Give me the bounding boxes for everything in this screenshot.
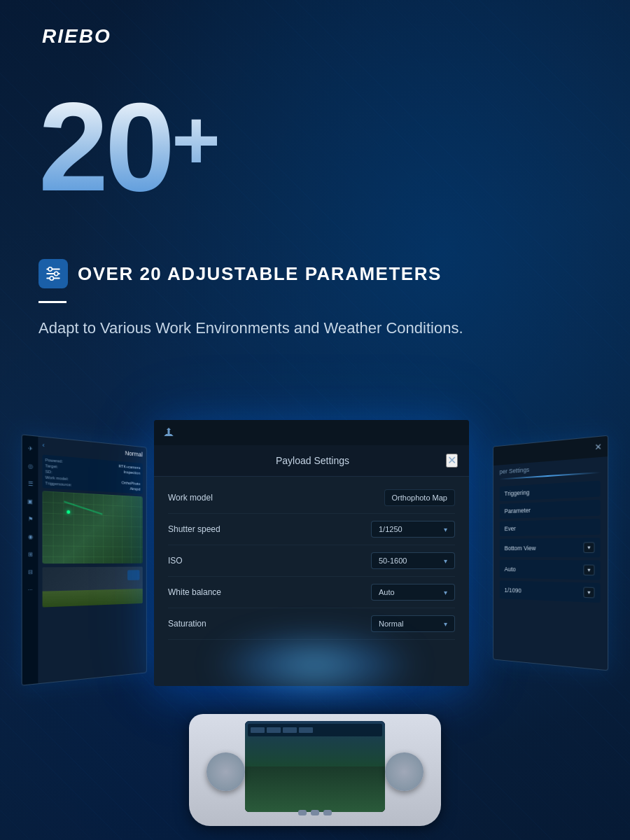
right-bottom-view-dropdown[interactable]: ▾ bbox=[583, 542, 594, 553]
hero-plus: + bbox=[172, 98, 217, 182]
brand-logo: RIEBO bbox=[42, 25, 111, 48]
shutter-speed-value: 1/1250 bbox=[379, 525, 402, 533]
controller-joystick-right[interactable] bbox=[385, 752, 424, 791]
map-grid bbox=[43, 491, 143, 564]
controller-screen-map bbox=[245, 766, 385, 812]
sidebar-icon-more: ··· bbox=[25, 584, 35, 594]
svg-point-3 bbox=[55, 272, 58, 275]
right-item-bottom-view: Bottom View ▾ bbox=[500, 538, 601, 557]
white-balance-label: White balance bbox=[168, 587, 221, 597]
shutter-speed-row: Shutter speed 1/1250 ▾ bbox=[168, 514, 455, 545]
ctrl-screen-bar-2 bbox=[267, 727, 281, 733]
hero-subtitle: Adapt to Various Work Environments and W… bbox=[38, 316, 463, 340]
right-screen-panel: ✕ per Settings Triggering Parameter Ever… bbox=[493, 435, 608, 671]
iso-dropdown[interactable]: 50-1600 ▾ bbox=[371, 552, 455, 569]
route-label-4: Work model: bbox=[46, 475, 69, 481]
svg-point-1 bbox=[48, 267, 52, 271]
route-label-1: Powered: bbox=[46, 458, 63, 463]
adjustable-params-icon bbox=[38, 259, 68, 288]
svg-rect-6 bbox=[168, 430, 170, 434]
route-value-5: Airspd bbox=[130, 486, 141, 491]
right-screen-items: Triggering Parameter Ever Bottom View ▾ … bbox=[493, 477, 608, 609]
route-label-2: Target: bbox=[46, 463, 58, 469]
right-item-parameter-label: Parameter bbox=[505, 507, 531, 514]
left-screen-bottom-image bbox=[43, 567, 143, 608]
dialog-body: Work model Orthophoto Map Shutter speed … bbox=[154, 477, 469, 645]
dialog-title: Payload Settings bbox=[179, 455, 446, 466]
left-screen-map bbox=[43, 491, 143, 564]
right-item-shutter: 1/1090 ▾ bbox=[500, 580, 601, 603]
svg-point-5 bbox=[50, 276, 53, 280]
controller-body bbox=[189, 714, 441, 826]
bottom-image-bg bbox=[43, 567, 143, 608]
right-shutter-value: ▾ bbox=[587, 589, 590, 596]
shutter-speed-arrow-icon: ▾ bbox=[444, 526, 447, 533]
right-item-ever: Ever bbox=[500, 519, 601, 536]
iso-arrow-icon: ▾ bbox=[444, 557, 447, 565]
hero-number-value: 20 bbox=[38, 76, 172, 217]
controller-screen bbox=[245, 721, 385, 812]
right-screen-close[interactable]: ✕ bbox=[594, 442, 601, 453]
left-screen-sidebar: ✈ ◎ ☰ ▣ ⚑ ◉ ⊞ ⊟ ··· bbox=[22, 435, 38, 685]
iso-label: ISO bbox=[168, 556, 183, 566]
saturation-label: Saturation bbox=[168, 619, 206, 629]
ctrl-screen-bar-3 bbox=[283, 727, 297, 733]
page-content: RIEBO 20+ OVER 20 ADJUSTABLE PARAMETERS … bbox=[0, 0, 630, 840]
section-divider bbox=[38, 301, 66, 303]
saturation-value: Normal bbox=[379, 620, 403, 628]
hero-number: 20+ bbox=[38, 84, 217, 210]
right-item-triggering-label: Triggering bbox=[505, 489, 530, 497]
right-bottom-view-value: ▾ bbox=[587, 545, 590, 551]
dialog-close-button[interactable]: ✕ bbox=[446, 454, 458, 468]
work-model-label: Work model bbox=[168, 493, 213, 503]
ctrl-button-3[interactable] bbox=[323, 810, 332, 816]
saturation-arrow-icon: ▾ bbox=[444, 620, 447, 628]
params-heading: OVER 20 ADJUSTABLE PARAMETERS bbox=[38, 259, 442, 288]
ctrl-screen-top-bar bbox=[248, 724, 382, 736]
route-value-4: OrthoPhoto bbox=[122, 480, 141, 486]
shutter-speed-dropdown[interactable]: 1/1250 ▾ bbox=[371, 521, 455, 538]
white-balance-value: Auto bbox=[379, 588, 395, 596]
right-item-bottom-view-label: Bottom View bbox=[505, 545, 536, 552]
white-balance-arrow-icon: ▾ bbox=[444, 589, 447, 596]
white-balance-dropdown[interactable]: Auto ▾ bbox=[371, 584, 455, 601]
right-auto-dropdown[interactable]: ▾ bbox=[583, 564, 594, 575]
sidebar-icon-drone: ✈ bbox=[25, 442, 35, 454]
sidebar-icon-hd: ▣ bbox=[25, 496, 35, 506]
iso-value: 50-1600 bbox=[379, 556, 407, 565]
controller-buttons bbox=[298, 810, 332, 816]
ctrl-button-2[interactable] bbox=[311, 810, 319, 816]
map-position-dot bbox=[66, 510, 70, 514]
controller-device bbox=[189, 686, 441, 826]
route-label-5: Triggersource: bbox=[46, 481, 72, 487]
ctrl-screen-bar-1 bbox=[251, 727, 265, 733]
sidebar-icon-ps: ⊞ bbox=[25, 549, 35, 559]
right-item-parameter: Parameter bbox=[500, 500, 601, 519]
shutter-speed-label: Shutter speed bbox=[168, 524, 220, 534]
bottom-image-element bbox=[127, 570, 139, 580]
right-item-shutter-label: 1/1090 bbox=[505, 587, 522, 594]
sidebar-icon-robot: ☰ bbox=[25, 478, 35, 489]
dialog-header: Payload Settings ✕ bbox=[154, 445, 469, 477]
bottom-image-ground bbox=[43, 589, 143, 608]
work-model-value: Orthophoto Map bbox=[384, 489, 456, 506]
right-item-auto-label: Auto bbox=[505, 566, 516, 573]
white-balance-row: White balance Auto ▾ bbox=[168, 577, 455, 608]
right-auto-value: ▾ bbox=[587, 567, 590, 573]
sidebar-icon-map: ◎ bbox=[25, 461, 35, 472]
right-item-ever-label: Ever bbox=[505, 525, 516, 532]
controller-joystick-left[interactable] bbox=[206, 752, 245, 791]
left-screen-panel: ✈ ◎ ☰ ▣ ⚑ ◉ ⊞ ⊟ ··· ‹ Normal Powered: bbox=[22, 434, 147, 685]
right-shutter-dropdown[interactable]: ▾ bbox=[583, 587, 594, 598]
left-screen-title: Normal bbox=[125, 449, 143, 458]
ctrl-button-1[interactable] bbox=[298, 810, 307, 816]
left-screen-route-box: Powered: RTK+camera Target: Inspection S… bbox=[43, 454, 143, 493]
params-svg-icon bbox=[44, 265, 62, 283]
iso-row: ISO 50-1600 ▾ bbox=[168, 545, 455, 577]
right-item-auto: Auto ▾ bbox=[500, 560, 601, 580]
left-screen-back[interactable]: ‹ bbox=[43, 442, 45, 449]
route-value-1: RTK+camera bbox=[118, 464, 140, 470]
ctrl-screen-bar-4 bbox=[299, 727, 313, 733]
sidebar-icon-rtk: ⊟ bbox=[25, 566, 35, 577]
right-item-triggering: Triggering bbox=[500, 480, 601, 501]
